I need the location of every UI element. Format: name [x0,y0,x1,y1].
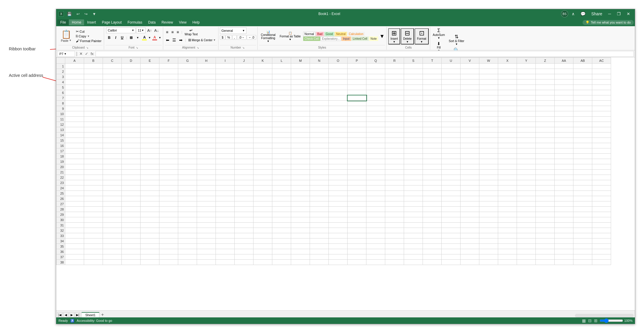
cell-A3[interactable] [65,74,84,79]
cell-W17[interactable] [479,148,498,154]
cell-U28[interactable] [442,207,461,212]
cell-F5[interactable] [159,85,178,90]
cell-C29[interactable] [103,212,122,217]
cell-AB31[interactable] [573,223,592,228]
cell-AA10[interactable] [555,111,573,117]
cell-B6[interactable] [84,90,103,95]
cell-V28[interactable] [461,207,479,212]
cell-C14[interactable] [103,132,122,138]
cell-E8[interactable] [141,101,159,106]
cell-K22[interactable] [253,175,272,180]
cell-L26[interactable] [272,196,291,201]
cell-V12[interactable] [461,122,479,127]
cell-Z4[interactable] [536,79,555,85]
cell-R34[interactable] [385,238,404,244]
cell-N7[interactable] [310,95,329,101]
cell-E10[interactable] [141,111,159,117]
cell-K13[interactable] [253,127,272,132]
cell-A30[interactable] [65,217,84,223]
cell-F36[interactable] [159,249,178,254]
cell-K19[interactable] [253,159,272,164]
col-header-Y[interactable]: Y [517,58,536,64]
cell-B26[interactable] [84,196,103,201]
cell-P13[interactable] [348,127,366,132]
cell-J13[interactable] [235,127,253,132]
row-num-33[interactable]: 33 [56,233,65,238]
cell-N4[interactable] [310,79,329,85]
cell-A26[interactable] [65,196,84,201]
cell-L37[interactable] [272,254,291,260]
cell-X2[interactable] [498,69,517,74]
sheet-nav-prev[interactable]: ◀ [63,312,69,317]
paste-dropdown-arrow[interactable]: ▼ [69,39,72,42]
cell-X4[interactable] [498,79,517,85]
cell-D5[interactable] [122,85,141,90]
cell-E1[interactable] [141,64,159,69]
cell-C10[interactable] [103,111,122,117]
cell-C16[interactable] [103,143,122,148]
cell-E26[interactable] [141,196,159,201]
cell-I8[interactable] [216,101,235,106]
cell-F33[interactable] [159,233,178,238]
cell-B32[interactable] [84,228,103,233]
cell-D38[interactable] [122,260,141,265]
cell-AC1[interactable] [592,64,611,69]
cell-I19[interactable] [216,159,235,164]
cell-D18[interactable] [122,154,141,159]
cell-H31[interactable] [197,223,216,228]
cell-A10[interactable] [65,111,84,117]
format-painter-button[interactable]: 🖌 Format Painter [75,39,103,43]
cell-S29[interactable] [404,212,423,217]
cell-F38[interactable] [159,260,178,265]
cell-G33[interactable] [178,233,197,238]
cell-C3[interactable] [103,74,122,79]
cell-Q33[interactable] [366,233,385,238]
cell-Y24[interactable] [517,185,536,191]
cell-W20[interactable] [479,164,498,170]
cell-I4[interactable] [216,79,235,85]
cell-H25[interactable] [197,191,216,196]
cell-AA14[interactable] [555,132,573,138]
cell-I1[interactable] [216,64,235,69]
cell-C34[interactable] [103,238,122,244]
cell-W14[interactable] [479,132,498,138]
cell-G21[interactable] [178,170,197,175]
number-format-dropdown[interactable]: General ▼ [220,27,246,34]
cell-R35[interactable] [385,244,404,249]
font-size-dropdown[interactable]: 11 ▼ [136,27,146,33]
cell-H28[interactable] [197,207,216,212]
cell-I37[interactable] [216,254,235,260]
cell-O5[interactable] [329,85,348,90]
cell-AC26[interactable] [592,196,611,201]
cell-J24[interactable] [235,185,253,191]
cell-M6[interactable] [291,90,310,95]
cell-V1[interactable] [461,64,479,69]
cell-J15[interactable] [235,138,253,143]
cell-AB37[interactable] [573,254,592,260]
cell-H16[interactable] [197,143,216,148]
cell-K6[interactable] [253,90,272,95]
cell-Y11[interactable] [517,117,536,122]
cell-J30[interactable] [235,217,253,223]
cell-G10[interactable] [178,111,197,117]
cell-K16[interactable] [253,143,272,148]
cell-D33[interactable] [122,233,141,238]
cell-AC31[interactable] [592,223,611,228]
cell-K36[interactable] [253,249,272,254]
sort-arrow[interactable]: ▼ [455,43,458,46]
cell-N32[interactable] [310,228,329,233]
cell-P21[interactable] [348,170,366,175]
cell-U26[interactable] [442,196,461,201]
cell-AB21[interactable] [573,170,592,175]
cell-K24[interactable] [253,185,272,191]
cell-U2[interactable] [442,69,461,74]
cell-T30[interactable] [423,217,442,223]
cell-AA5[interactable] [555,85,573,90]
col-header-B[interactable]: B [84,58,103,64]
cell-V31[interactable] [461,223,479,228]
cell-G38[interactable] [178,260,197,265]
cell-K15[interactable] [253,138,272,143]
cell-G3[interactable] [178,74,197,79]
number-expand[interactable]: ↘ [242,46,245,50]
cell-O30[interactable] [329,217,348,223]
